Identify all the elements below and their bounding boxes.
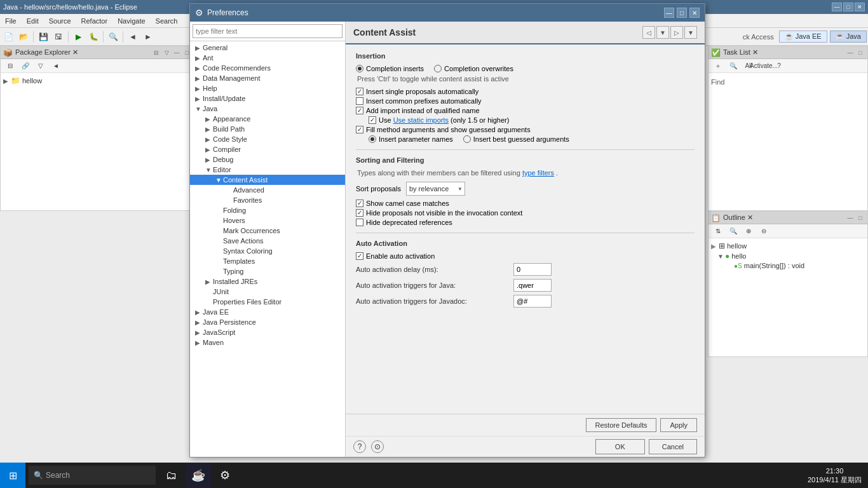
radio-inserts-circle: [356, 65, 363, 72]
taskbar-start-btn[interactable]: ⊞: [0, 463, 25, 488]
dialog-close-btn[interactable]: ✕: [689, 8, 700, 18]
tree-junit[interactable]: ▶ JUnit: [190, 287, 345, 297]
cb-hide-not-visible[interactable]: Hide proposals not visible in the invoca…: [356, 209, 695, 217]
tree-arrow-editor: ▼: [205, 166, 213, 173]
taskbar: ⊞ 🔍 Search 🗂 ☕ ⚙ 21:30 2019/4/11 星期四: [0, 463, 868, 488]
dialog-titlebar: ⚙ Preferences — □ ✕: [190, 4, 705, 22]
auto-java-input[interactable]: [513, 279, 552, 292]
cb-add-import[interactable]: Add import instead of qualified name: [356, 107, 695, 114]
tree-folding[interactable]: ▶ Folding: [190, 205, 345, 215]
radio-insert-params[interactable]: Insert parameter names: [369, 135, 453, 143]
cb-insert-common-label: Insert common prefixes automatically: [366, 97, 482, 105]
cb-show-camel[interactable]: Show camel case matches: [356, 200, 695, 207]
nav-menu-btn[interactable]: ▼: [684, 26, 697, 39]
tree-java-persistence[interactable]: ▶ Java Persistence: [190, 317, 345, 327]
tree-javascript[interactable]: ▶ JavaScript: [190, 327, 345, 337]
cb-fill-method[interactable]: Fill method arguments and show guessed a…: [356, 126, 695, 133]
nav-dropdown-btn[interactable]: ▼: [656, 26, 669, 39]
tree-content-assist[interactable]: ▼ Content Assist: [190, 175, 345, 185]
filter-input[interactable]: [193, 24, 342, 38]
radio-insert-params-circle: [369, 135, 376, 143]
tree-appearance[interactable]: ▶ Appearance: [190, 114, 345, 124]
tree-typing[interactable]: ▶ Typing: [190, 266, 345, 276]
tree-help[interactable]: ▶ Help: [190, 83, 345, 93]
cb-add-import-box: [356, 107, 363, 114]
auto-delay-input[interactable]: [513, 263, 552, 276]
tree-java-ee[interactable]: ▶ Java EE: [190, 307, 345, 317]
tree-save-actions[interactable]: ▶ Save Actions: [190, 236, 345, 246]
apply-btn[interactable]: Apply: [660, 418, 697, 432]
static-imports-link[interactable]: Use static imports: [393, 116, 449, 124]
tree-label-maven: Maven: [203, 339, 224, 346]
dialog-minimize-btn[interactable]: —: [664, 8, 674, 18]
cb-hide-deprecated[interactable]: Hide deprecated references: [356, 219, 695, 226]
tree-scroll[interactable]: ▶ General ▶ Ant ▶ Code Recommenders: [190, 41, 345, 457]
param-radio-group: Insert parameter names Insert best guess…: [356, 135, 695, 143]
cb-insert-common[interactable]: Insert common prefixes automatically: [356, 97, 695, 105]
tree-general[interactable]: ▶ General: [190, 43, 345, 53]
tree-ant[interactable]: ▶ Ant: [190, 53, 345, 63]
ok-btn[interactable]: OK: [595, 439, 645, 454]
filter-input-wrap: [190, 22, 345, 41]
tree-code-style[interactable]: ▶ Code Style: [190, 134, 345, 144]
dialog-record-btn[interactable]: ⊙: [371, 440, 384, 453]
tree-advanced[interactable]: ▶ Advanced: [190, 185, 345, 195]
nav-back-btn[interactable]: ◁: [642, 26, 655, 39]
auto-java-row: Auto activation triggers for Java:: [356, 279, 695, 292]
tree-installed-jres[interactable]: ▶ Installed JREs: [190, 276, 345, 287]
tree-arrow-hovers: ▶: [215, 217, 223, 224]
tree-maven[interactable]: ▶ Maven: [190, 337, 345, 348]
dialog-nav-btns: ◁ ▼ ▷ ▼: [642, 26, 697, 39]
taskbar-search[interactable]: 🔍 Search: [29, 466, 156, 485]
sort-proposals-select-wrap: by relevance alphabetically: [406, 182, 465, 196]
tree-arrow-typing: ▶: [215, 268, 223, 275]
tree-templates[interactable]: ▶ Templates: [190, 256, 345, 266]
cb-insert-single[interactable]: Insert single proposals automatically: [356, 88, 695, 95]
tree-install-update[interactable]: ▶ Install/Update: [190, 93, 345, 104]
tree-label-editor: Editor: [213, 166, 231, 173]
tree-label-folding: Folding: [223, 207, 246, 214]
radio-insert-best[interactable]: Insert best guessed arguments: [463, 135, 569, 143]
cb-enable-auto[interactable]: Enable auto activation: [356, 252, 695, 260]
tree-properties-editor[interactable]: ▶ Properties Files Editor: [190, 297, 345, 307]
sort-proposals-select[interactable]: by relevance alphabetically: [406, 182, 465, 196]
tree-arrow-compiler: ▶: [205, 146, 213, 153]
taskbar-icon-files[interactable]: 🗂: [159, 463, 184, 488]
taskbar-icon-eclipse[interactable]: ☕: [186, 463, 211, 488]
tree-favorites[interactable]: ▶ Favorites: [190, 195, 345, 205]
restore-defaults-btn[interactable]: Restore Defaults: [586, 418, 657, 432]
preferences-dialog: ⚙ Preferences — □ ✕ ▶ Gener: [189, 3, 705, 458]
radio-completion-inserts[interactable]: Completion inserts: [356, 65, 424, 72]
tree-editor[interactable]: ▼ Editor: [190, 165, 345, 175]
tree-label-props-editor: Properties Files Editor: [213, 298, 281, 306]
tree-arrow-install: ▶: [195, 95, 203, 102]
tree-arrow-debug: ▶: [205, 156, 213, 163]
taskbar-icon-app[interactable]: ⚙: [212, 463, 238, 488]
tree-syntax-coloring[interactable]: ▶ Syntax Coloring: [190, 246, 345, 256]
tree-code-recommenders[interactable]: ▶ Code Recommenders: [190, 63, 345, 73]
tree-data-mgmt[interactable]: ▶ Data Management: [190, 73, 345, 83]
tree-arrow-junit: ▶: [205, 288, 213, 295]
taskbar-datetime: 21:30 2019/4/11 星期四: [808, 466, 862, 485]
tree-compiler[interactable]: ▶ Compiler: [190, 144, 345, 154]
cancel-btn[interactable]: Cancel: [649, 439, 697, 454]
content-assist-title: Content Assist: [353, 27, 416, 37]
tree-arrow-javascript: ▶: [195, 329, 203, 336]
tree-label-build-path: Build Path: [213, 125, 245, 133]
auto-javadoc-label: Auto activation triggers for Javadoc:: [356, 297, 508, 305]
tree-debug[interactable]: ▶ Debug: [190, 154, 345, 165]
dialog-maximize-btn[interactable]: □: [677, 8, 687, 18]
auto-activation-title: Auto Activation: [356, 240, 695, 247]
tree-java[interactable]: ▼ Java: [190, 104, 345, 114]
auto-javadoc-input[interactable]: [513, 295, 552, 308]
type-filters-link[interactable]: type filters: [522, 169, 554, 177]
cb-use-static[interactable]: Use Use static imports (only 1.5 or high…: [356, 116, 695, 124]
nav-forward-btn[interactable]: ▷: [670, 26, 683, 39]
radio-completion-overwrites[interactable]: Completion overwrites: [434, 65, 513, 72]
dialog-help-icons: ? ⊙: [353, 440, 384, 453]
tree-mark-occurrences[interactable]: ▶ Mark Occurrences: [190, 226, 345, 236]
tree-label-code-style: Code Style: [213, 135, 247, 143]
tree-build-path[interactable]: ▶ Build Path: [190, 124, 345, 134]
tree-hovers[interactable]: ▶ Hovers: [190, 215, 345, 226]
dialog-help-btn[interactable]: ?: [353, 440, 366, 453]
